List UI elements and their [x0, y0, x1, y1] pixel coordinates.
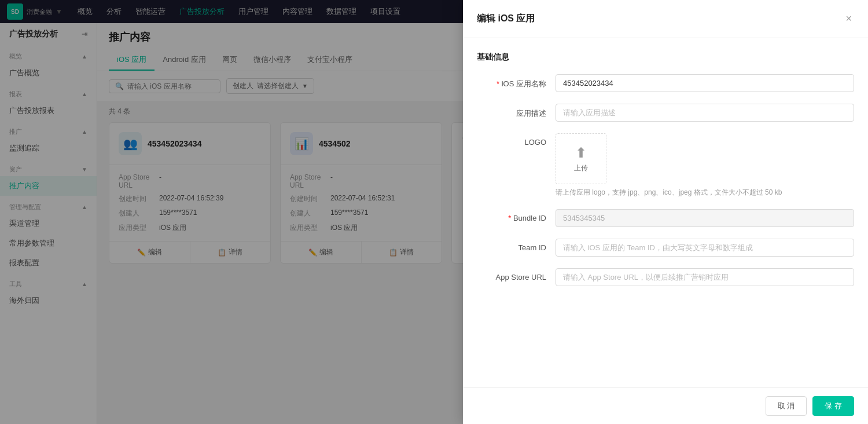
upload-text: 上传 [574, 163, 588, 173]
edit-ios-dialog: 编辑 iOS 应用 × 基础信息 iOS 应用名称 应用描述 LOGO ⬆ 上传 [463, 0, 868, 424]
overlay[interactable] [0, 0, 463, 424]
form-row-app-desc: 应用描述 [477, 104, 854, 122]
form-row-ios-name: iOS 应用名称 [477, 74, 854, 92]
form-row-bundle-id: Bundle ID [477, 209, 854, 227]
dialog-footer: 取 消 保 存 [463, 388, 868, 424]
logo-hint: 请上传应用 logo，支持 jpg、png、ico、jpeg 格式，文件大小不超… [556, 188, 854, 198]
app-store-url-label: App Store URL [477, 268, 546, 282]
save-button[interactable]: 保 存 [812, 396, 854, 416]
app-desc-input[interactable] [556, 104, 854, 122]
bundle-id-input[interactable] [556, 209, 854, 227]
logo-upload-button[interactable]: ⬆ 上传 [556, 133, 606, 184]
team-id-label: Team ID [477, 239, 546, 252]
dialog-title: 编辑 iOS 应用 [477, 13, 535, 25]
team-id-input[interactable] [556, 239, 854, 257]
logo-label: LOGO [477, 133, 546, 147]
cancel-button[interactable]: 取 消 [766, 396, 807, 416]
form-row-team-id: Team ID [477, 239, 854, 257]
dialog-section-title: 基础信息 [477, 52, 854, 63]
app-store-url-input[interactable] [556, 268, 854, 286]
upload-icon: ⬆ [575, 145, 587, 161]
app-desc-label: 应用描述 [477, 104, 546, 119]
bundle-id-control [556, 209, 854, 227]
ios-name-label: iOS 应用名称 [477, 74, 546, 89]
dialog-body: 基础信息 iOS 应用名称 应用描述 LOGO ⬆ 上传 请上传应用 logo， [463, 38, 868, 388]
team-id-control [556, 239, 854, 257]
dialog-header: 编辑 iOS 应用 × [463, 0, 868, 38]
bundle-id-label: Bundle ID [477, 209, 546, 222]
form-row-logo: LOGO ⬆ 上传 请上传应用 logo，支持 jpg、png、ico、jpeg… [477, 133, 854, 198]
ios-name-input[interactable] [556, 74, 854, 92]
ios-name-control [556, 74, 854, 92]
form-row-app-store-url: App Store URL [477, 268, 854, 286]
app-store-url-control [556, 268, 854, 286]
dialog-close-button[interactable]: × [843, 10, 854, 27]
logo-control: ⬆ 上传 请上传应用 logo，支持 jpg、png、ico、jpeg 格式，文… [556, 133, 854, 198]
app-desc-control [556, 104, 854, 122]
